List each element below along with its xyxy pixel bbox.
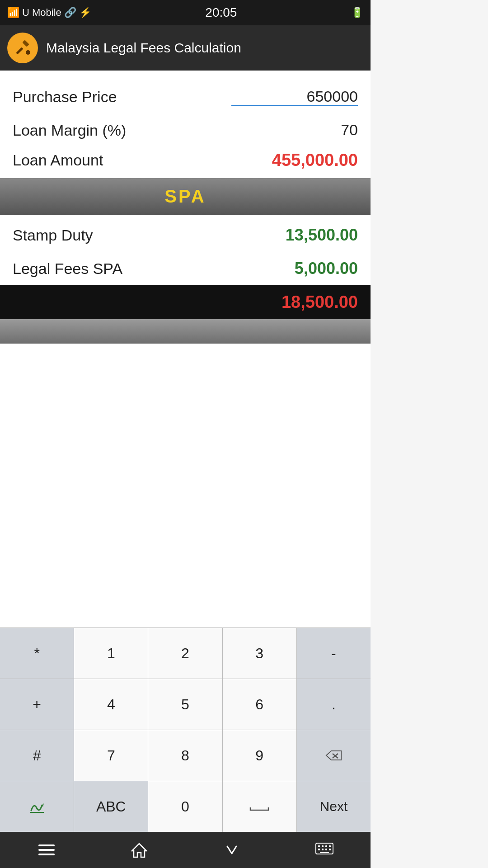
key-asterisk[interactable]: * [0, 628, 74, 679]
key-5[interactable]: 5 [148, 679, 222, 730]
carrier-label: U Mobile [22, 7, 61, 19]
keyboard-row-3: # 7 8 9 [0, 730, 371, 781]
keyboard-row-2: + 4 5 6 . [0, 679, 371, 730]
loan-section-bar [0, 319, 371, 344]
nav-menu-button[interactable] [28, 832, 65, 868]
keyboard: * 1 2 3 - + 4 5 6 . # 7 8 9 [0, 627, 371, 832]
menu-icon [38, 844, 55, 856]
key-1[interactable]: 1 [74, 628, 148, 679]
home-icon [131, 842, 147, 858]
key-2[interactable]: 2 [148, 628, 222, 679]
main-content: Purchase Price Loan Margin (%) Loan Amou… [0, 71, 371, 627]
svg-rect-12 [318, 845, 320, 847]
nav-home-button[interactable] [121, 832, 157, 868]
purchase-price-input[interactable] [231, 88, 358, 105]
key-6[interactable]: 6 [223, 679, 297, 730]
total-bar: 18,500.00 [0, 285, 371, 319]
stamp-duty-row: Stamp Duty 13,500.00 [13, 218, 358, 252]
svg-rect-1 [16, 47, 23, 54]
loan-amount-label: Loan Amount [13, 151, 103, 169]
chevron-down-icon [225, 842, 238, 858]
loan-margin-input-container[interactable] [231, 121, 358, 139]
usb-icon: ⚡ [79, 7, 91, 19]
key-backspace[interactable] [297, 730, 371, 781]
app-icon [7, 33, 38, 63]
backspace-icon [325, 749, 342, 762]
svg-rect-16 [318, 849, 320, 850]
app-bar: Malaysia Legal Fees Calculation [0, 25, 371, 71]
key-signature[interactable] [0, 781, 74, 832]
purchase-price-row: Purchase Price [13, 80, 358, 109]
legal-fees-spa-value: 5,000.00 [295, 259, 358, 278]
svg-marker-10 [132, 844, 146, 857]
wifi-icon: 🔗 [64, 7, 76, 19]
loan-margin-row: Loan Margin (%) [13, 113, 358, 142]
stamp-duty-value: 13,500.00 [286, 226, 358, 245]
loan-margin-input[interactable] [231, 121, 358, 139]
key-4[interactable]: 4 [74, 679, 148, 730]
signal-icon: 📶 [7, 7, 19, 19]
gavel-icon [14, 39, 32, 57]
nav-back-button[interactable] [214, 832, 250, 868]
key-plus[interactable]: + [0, 679, 74, 730]
keyboard-icon [315, 843, 333, 857]
status-left: 📶 U Mobile 🔗 ⚡ [7, 7, 91, 19]
svg-rect-20 [320, 852, 329, 853]
status-bar: 📶 U Mobile 🔗 ⚡ 20:05 🔋 [0, 0, 371, 25]
svg-rect-8 [38, 849, 55, 851]
key-space[interactable] [223, 781, 297, 832]
key-minus[interactable]: - [297, 628, 371, 679]
app-title: Malaysia Legal Fees Calculation [46, 40, 241, 56]
purchase-price-label: Purchase Price [13, 88, 117, 106]
svg-rect-19 [329, 849, 331, 850]
legal-fees-spa-row: Legal Fees SPA 5,000.00 [13, 252, 358, 285]
total-value: 18,500.00 [282, 292, 358, 312]
stamp-duty-label: Stamp Duty [13, 226, 93, 244]
purchase-price-input-container[interactable] [231, 88, 358, 106]
keyboard-row-4: ABC 0 Next [0, 781, 371, 832]
loan-margin-label: Loan Margin (%) [13, 122, 126, 139]
loan-margin-underline [231, 139, 358, 139]
status-right: 🔋 [351, 7, 363, 19]
svg-rect-18 [325, 849, 327, 850]
svg-rect-0 [22, 40, 29, 47]
signature-icon [28, 798, 46, 815]
svg-rect-9 [38, 854, 55, 855]
loan-amount-value: 455,000.00 [272, 151, 358, 170]
space-icon [249, 802, 270, 811]
time-display: 20:05 [205, 5, 237, 20]
key-next[interactable]: Next [297, 781, 371, 832]
legal-fees-spa-label: Legal Fees SPA [13, 260, 122, 278]
key-8[interactable]: 8 [148, 730, 222, 781]
key-9[interactable]: 9 [223, 730, 297, 781]
key-0[interactable]: 0 [148, 781, 222, 832]
spa-title: SPA [164, 186, 206, 206]
svg-rect-17 [322, 849, 324, 850]
key-dot[interactable]: . [297, 679, 371, 730]
keyboard-row-1: * 1 2 3 - [0, 627, 371, 679]
svg-rect-15 [329, 845, 331, 847]
key-hash[interactable]: # [0, 730, 74, 781]
purchase-price-underline [231, 105, 358, 106]
svg-rect-13 [322, 845, 324, 847]
loan-amount-row: Loan Amount 455,000.00 [13, 142, 358, 175]
svg-rect-14 [325, 845, 327, 847]
key-3[interactable]: 3 [223, 628, 297, 679]
nav-bar [0, 832, 371, 868]
key-7[interactable]: 7 [74, 730, 148, 781]
battery-icon: 🔋 [351, 7, 363, 19]
spa-header: SPA [0, 178, 371, 215]
key-abc[interactable]: ABC [74, 781, 148, 832]
nav-keyboard-button[interactable] [306, 832, 343, 868]
svg-rect-7 [38, 844, 55, 846]
svg-point-2 [26, 50, 30, 55]
